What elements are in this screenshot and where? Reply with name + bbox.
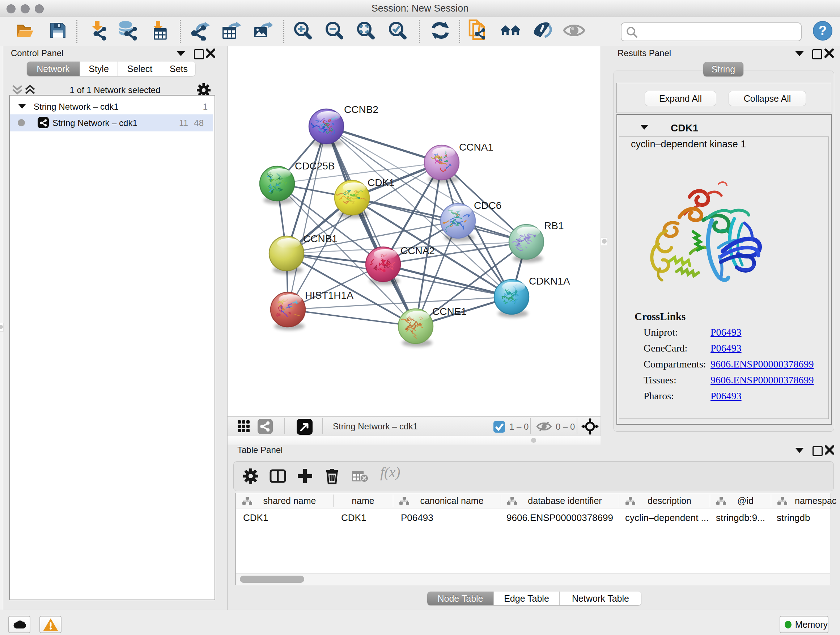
svg-text:CDKN1A: CDKN1A [529, 276, 570, 287]
svg-text:CDK1: CDK1 [368, 177, 395, 188]
svg-text:CDC6: CDC6 [474, 200, 501, 211]
svg-text:CCNB1: CCNB1 [303, 233, 338, 244]
svg-text:HIST1H1A: HIST1H1A [305, 290, 354, 301]
svg-text:CCNE1: CCNE1 [432, 306, 467, 317]
svg-text:RB1: RB1 [544, 220, 564, 231]
svg-text:?: ? [819, 23, 827, 38]
svg-text:CCNB2: CCNB2 [344, 104, 378, 115]
svg-text:CDC25B: CDC25B [295, 160, 335, 172]
svg-text:CCNA2: CCNA2 [401, 245, 435, 256]
svg-text:CCNA1: CCNA1 [459, 141, 493, 153]
